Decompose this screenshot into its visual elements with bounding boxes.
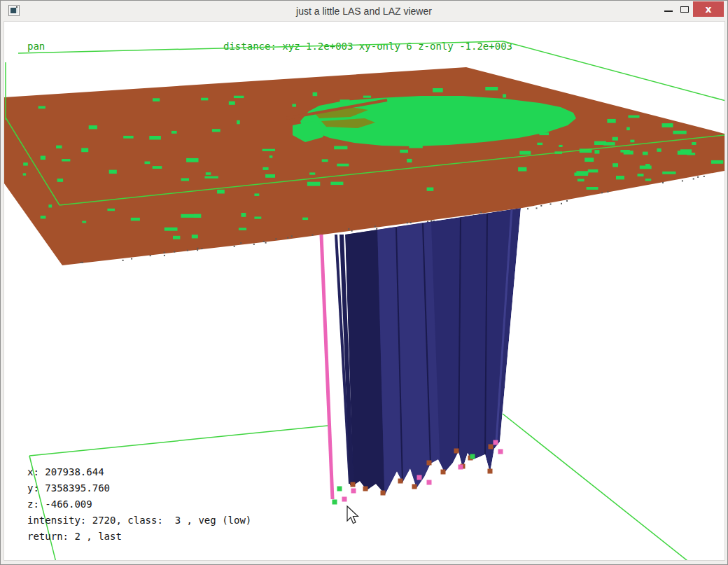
readout-y: y: 7358395.760	[27, 483, 110, 494]
mouse-cursor-icon	[347, 506, 358, 524]
app-window: just a little LAS and LAZ viewer x dista…	[0, 0, 728, 565]
bbox-wire	[29, 426, 328, 456]
pink-profile-line	[321, 235, 332, 499]
minimize-icon	[664, 11, 673, 12]
point-column	[345, 208, 521, 512]
close-icon: x	[693, 1, 724, 17]
title-bar[interactable]: just a little LAS and LAZ viewer x	[1, 1, 727, 21]
close-button[interactable]: x	[693, 1, 724, 17]
hud-mode-label: pan	[27, 41, 45, 52]
bbox-wire	[503, 414, 694, 560]
viewport[interactable]: distance: xyz 1.2e+003 xy-only 6 z-only …	[4, 21, 725, 561]
readout-intensity: intensity: 2720, class: 3 , veg (low)	[27, 515, 251, 526]
readout-x: x: 207938.644	[27, 467, 104, 477]
window-title: just a little LAS and LAZ viewer	[1, 6, 727, 17]
readout-return: return: 2 , last	[27, 531, 122, 542]
maximize-icon	[680, 6, 689, 13]
scene-3d[interactable]	[4, 22, 724, 560]
bbox-wire	[18, 41, 503, 53]
readout-z: z: -466.009	[27, 499, 92, 510]
